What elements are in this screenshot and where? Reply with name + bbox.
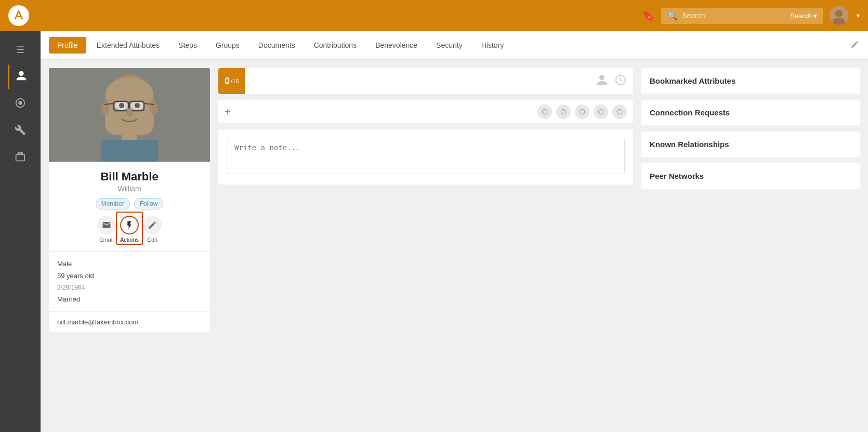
- bookmark-icon[interactable]: 🔖: [642, 9, 655, 22]
- user-menu-chevron[interactable]: ▾: [857, 12, 860, 19]
- score-bar-actions: [596, 74, 633, 89]
- person-placeholder-icon[interactable]: [596, 74, 608, 89]
- tools-bar: +: [218, 100, 633, 123]
- tool-circle-4[interactable]: [594, 104, 608, 119]
- bookmarked-attributes-panel: Bookmarked Attributes: [641, 68, 860, 94]
- score-badge: 0 /16: [218, 68, 245, 94]
- sidebar-item-wrench[interactable]: [8, 119, 33, 143]
- svg-point-29: [617, 109, 622, 114]
- edit-icon[interactable]: [850, 40, 860, 51]
- svg-point-25: [542, 109, 547, 114]
- svg-point-5: [18, 101, 22, 104]
- content-area: Profile Extended Attributes Steps Groups…: [41, 31, 868, 432]
- actions-action-btn[interactable]: Actions: [120, 216, 139, 243]
- peer-networks-panel: Peer Networks: [641, 163, 860, 189]
- profile-photo: [49, 68, 210, 162]
- user-avatar[interactable]: [830, 6, 848, 25]
- profile-nickname: William: [57, 185, 202, 193]
- clock-icon[interactable]: [614, 74, 627, 89]
- menu-icon: ☰: [16, 44, 24, 56]
- tab-steps[interactable]: Steps: [170, 37, 205, 54]
- svg-point-27: [580, 109, 584, 114]
- tab-documents[interactable]: Documents: [250, 37, 304, 54]
- svg-point-26: [561, 109, 565, 114]
- score-total: /16: [231, 78, 239, 84]
- add-tool-button[interactable]: +: [225, 106, 231, 118]
- person-icon: [16, 70, 27, 84]
- sidebar-item-person[interactable]: [8, 64, 33, 89]
- middle-column: 0 /16: [218, 68, 633, 424]
- known-relationships-panel: Known Relationships: [641, 132, 860, 157]
- note-input[interactable]: [227, 138, 625, 174]
- actions-label: Actions: [120, 237, 139, 243]
- tool-circle-5[interactable]: [612, 104, 627, 119]
- nav-right: 🔖 🔍 Search ▾ ▾: [642, 6, 860, 25]
- peer-networks-title: Peer Networks: [650, 172, 851, 180]
- tab-contributions[interactable]: Contributions: [306, 37, 365, 54]
- marital-status-detail: Married: [57, 293, 202, 305]
- edit-action-btn[interactable]: Edit: [143, 216, 162, 243]
- search-bar[interactable]: 🔍 Search ▾: [661, 8, 823, 24]
- profile-email[interactable]: bill.marble@fakeinbox.com: [57, 318, 202, 326]
- follow-badge[interactable]: Follow: [134, 198, 164, 210]
- briefcase-icon: [15, 151, 26, 165]
- sidebar-item-menu[interactable]: ☰: [8, 37, 33, 62]
- score-value: 0: [225, 76, 230, 87]
- email-label: Email: [99, 237, 114, 243]
- email-action-icon: [97, 216, 116, 234]
- profile-card: Bill Marble William Member Follow: [49, 68, 210, 332]
- tab-extended-attributes[interactable]: Extended Attributes: [88, 37, 168, 54]
- tab-security[interactable]: Security: [428, 37, 471, 54]
- profile-details: Male 59 years old 2/29/1964 Married: [49, 251, 210, 311]
- search-dropdown-label[interactable]: Search ▾: [790, 12, 817, 20]
- connection-requests-panel: Connection Requests: [641, 100, 860, 125]
- svg-rect-24: [49, 68, 210, 162]
- tab-bar: Profile Extended Attributes Steps Groups…: [41, 31, 868, 60]
- sidebar-item-badge[interactable]: [8, 91, 33, 116]
- tool-circle-1[interactable]: [537, 104, 552, 119]
- profile-badges: Member Follow: [57, 198, 202, 210]
- page-content: Bill Marble William Member Follow: [41, 60, 868, 432]
- left-sidebar: ☰: [0, 31, 41, 432]
- nav-left: [8, 5, 29, 26]
- bookmarked-attributes-title: Bookmarked Attributes: [650, 76, 851, 85]
- tab-profile[interactable]: Profile: [49, 37, 86, 54]
- tool-circle-3[interactable]: [575, 104, 589, 119]
- search-input[interactable]: [682, 11, 786, 20]
- search-icon: 🔍: [667, 11, 678, 21]
- app-logo[interactable]: [8, 5, 29, 26]
- tab-groups[interactable]: Groups: [207, 37, 248, 54]
- profile-column: Bill Marble William Member Follow: [49, 68, 210, 424]
- tool-circle-2[interactable]: [556, 104, 571, 119]
- tab-benevolence[interactable]: Benevolence: [367, 37, 426, 54]
- top-navbar: 🔖 🔍 Search ▾ ▾: [0, 0, 868, 31]
- score-bar: 0 /16: [218, 68, 633, 94]
- tab-history[interactable]: History: [473, 37, 512, 54]
- actions-action-icon: [120, 216, 139, 234]
- known-relationships-title: Known Relationships: [650, 140, 851, 149]
- age-detail: 59 years old: [57, 270, 202, 282]
- profile-name: Bill Marble: [57, 170, 202, 184]
- edit-action-icon: [143, 216, 162, 234]
- dob-detail: 2/29/1964: [57, 282, 202, 293]
- edit-label: Edit: [148, 237, 157, 243]
- svg-point-28: [598, 109, 603, 114]
- badge-icon: [15, 97, 26, 111]
- connection-requests-title: Connection Requests: [650, 108, 851, 117]
- main-layout: ☰: [0, 31, 868, 432]
- svg-point-2: [835, 10, 843, 17]
- sidebar-item-briefcase[interactable]: [8, 146, 33, 171]
- profile-email-card: bill.marble@fakeinbox.com: [49, 311, 210, 332]
- tools-right: [537, 104, 627, 119]
- note-area: [218, 129, 633, 185]
- member-badge: Member: [96, 198, 130, 210]
- wrench-icon: [15, 124, 26, 138]
- svg-point-0: [10, 7, 27, 24]
- profile-info: Bill Marble William Member Follow: [49, 162, 210, 251]
- email-action-btn[interactable]: Email: [97, 216, 116, 243]
- profile-actions: Email Actions: [57, 216, 202, 243]
- right-column: Bookmarked Attributes Connection Request…: [641, 68, 860, 424]
- gender-detail: Male: [57, 258, 202, 270]
